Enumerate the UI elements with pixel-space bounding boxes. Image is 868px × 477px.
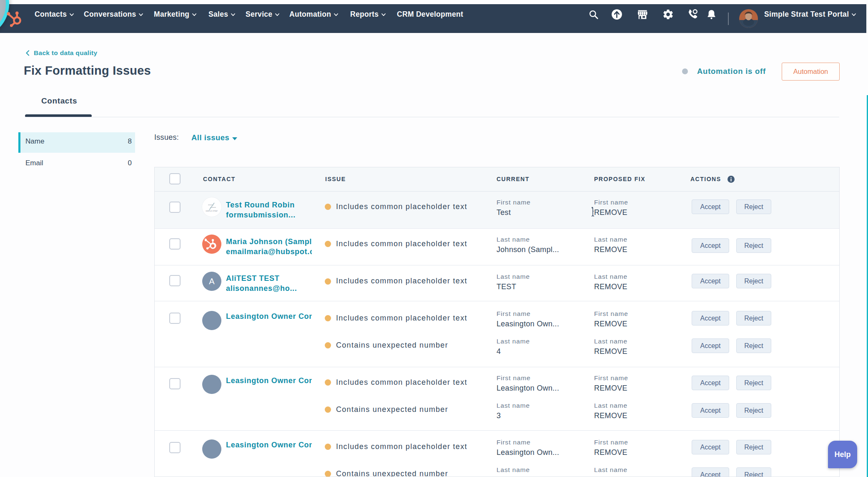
svg-text:SIMPLE STRAT: SIMPLE STRAT — [206, 210, 218, 212]
